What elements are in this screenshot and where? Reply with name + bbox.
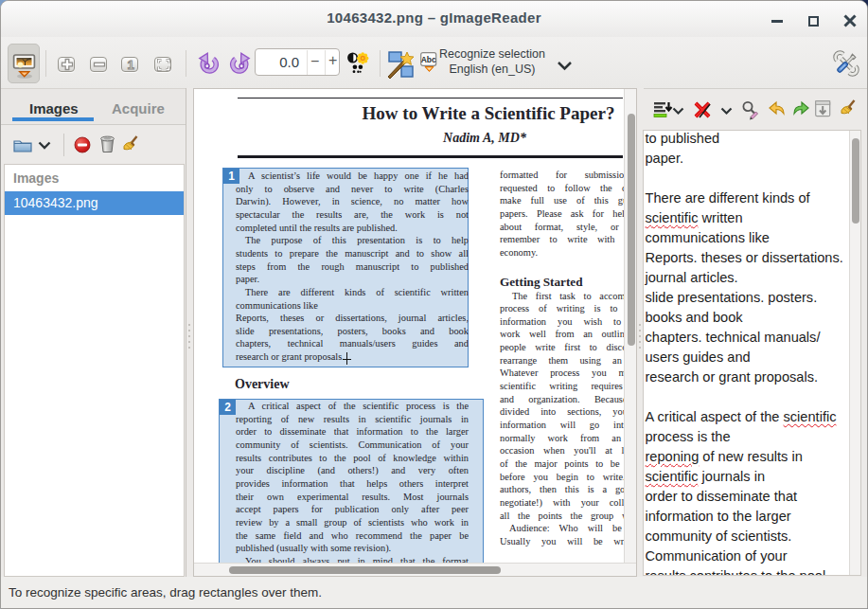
svg-text:1: 1	[127, 58, 133, 72]
